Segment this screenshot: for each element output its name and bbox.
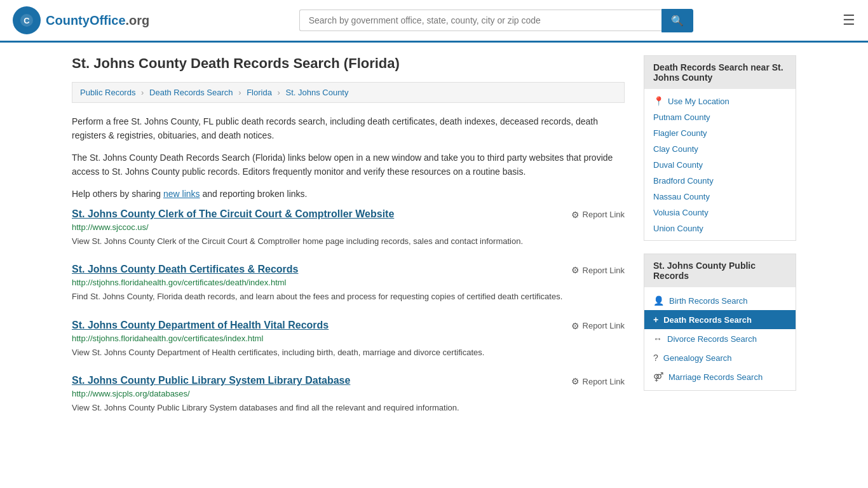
use-location-item[interactable]: 📍 Use My Location	[644, 93, 796, 109]
breadcrumb: Public Records › Death Records Search › …	[72, 82, 625, 103]
result-url-1: http://www.sjccoc.us/	[72, 222, 625, 232]
list-item: Bradford County	[644, 173, 796, 189]
genealogy-item: ? Genealogy Search	[644, 348, 796, 367]
result-url-3: http://stjohns.floridahealth.gov/certifi…	[72, 334, 625, 343]
person-icon: 👤	[653, 295, 664, 306]
report-icon: ⚙	[571, 321, 580, 331]
use-location-label: Use My Location	[668, 97, 729, 106]
birth-records-link[interactable]: 👤 Birth Records Search	[644, 291, 796, 310]
report-icon: ⚙	[571, 265, 580, 275]
use-location-link[interactable]: 📍 Use My Location	[644, 93, 796, 109]
description-3: Help others by sharing new links and rep…	[72, 187, 625, 201]
nearby-list: 📍 Use My Location Putnam County Flagler …	[644, 89, 796, 240]
report-icon: ⚙	[571, 376, 580, 386]
report-link-button-2[interactable]: ⚙ Report Link	[571, 264, 625, 275]
nearby-section: Death Records Search near St. Johns Coun…	[644, 55, 796, 241]
result-item: St. Johns County Death Certificates & Re…	[72, 264, 625, 303]
search-button[interactable]: 🔍	[661, 9, 693, 32]
result-link-3[interactable]: St. Johns County Department of Health Vi…	[72, 320, 329, 330]
public-records-section: St. Johns County Public Records 👤 Birth …	[644, 254, 796, 391]
list-item: Union County	[644, 220, 796, 236]
list-item: Flagler County	[644, 125, 796, 141]
breadcrumb-st-johns[interactable]: St. Johns County	[285, 88, 348, 97]
death-records-link[interactable]: + Death Records Search	[644, 310, 796, 329]
marriage-records-item: ⚤ Marriage Records Search	[644, 367, 796, 386]
result-title: St. Johns County Clerk of The Circuit Co…	[72, 208, 394, 220]
result-title: St. Johns County Department of Health Vi…	[72, 320, 329, 331]
arrows-icon: ↔	[653, 334, 662, 344]
result-url-2: http://stjohns.floridahealth.gov/certifi…	[72, 278, 625, 287]
bradford-county-link[interactable]: Bradford County	[644, 173, 796, 189]
location-pin-icon: 📍	[653, 96, 664, 106]
report-link-button-1[interactable]: ⚙ Report Link	[571, 208, 625, 220]
description-2: The St. Johns County Death Records Searc…	[72, 151, 625, 179]
result-link-2[interactable]: St. Johns County Death Certificates & Re…	[72, 264, 299, 274]
public-records-list: 👤 Birth Records Search + Death Records S…	[644, 287, 796, 390]
list-item: Volusia County	[644, 205, 796, 220]
duval-county-link[interactable]: Duval County	[644, 157, 796, 173]
plus-icon: +	[653, 315, 658, 325]
breadcrumb-florida[interactable]: Florida	[247, 88, 272, 97]
divorce-records-link[interactable]: ↔ Divorce Records Search	[644, 329, 796, 348]
main-content: St. Johns County Death Records Search (F…	[72, 55, 625, 431]
page-title: St. Johns County Death Records Search (F…	[72, 55, 625, 72]
result-item: St. Johns County Public Library System L…	[72, 375, 625, 414]
logo-text: CountyOffice.org	[46, 13, 149, 28]
result-item: St. Johns County Department of Health Vi…	[72, 320, 625, 359]
genealogy-link[interactable]: ? Genealogy Search	[644, 348, 796, 367]
birth-records-item: 👤 Birth Records Search	[644, 291, 796, 310]
new-links-link[interactable]: new links	[163, 189, 200, 199]
flagler-county-link[interactable]: Flagler County	[644, 125, 796, 141]
gender-icon: ⚤	[653, 372, 663, 382]
list-item: Duval County	[644, 157, 796, 173]
putnam-county-link[interactable]: Putnam County	[644, 109, 796, 125]
nassau-county-link[interactable]: Nassau County	[644, 189, 796, 205]
list-item: Nassau County	[644, 189, 796, 205]
result-link-4[interactable]: St. Johns County Public Library System L…	[72, 375, 350, 386]
breadcrumb-public-records[interactable]: Public Records	[80, 88, 135, 97]
search-icon: 🔍	[671, 15, 684, 26]
list-item: Putnam County	[644, 109, 796, 125]
results-list: St. Johns County Clerk of The Circuit Co…	[72, 208, 625, 414]
report-link-button-4[interactable]: ⚙ Report Link	[571, 375, 625, 386]
logo-area[interactable]: C CountyOffice.org	[13, 6, 149, 34]
report-link-button-3[interactable]: ⚙ Report Link	[571, 320, 625, 331]
public-records-title: St. Johns County Public Records	[644, 254, 796, 287]
volusia-county-link[interactable]: Volusia County	[644, 205, 796, 220]
result-title: St. Johns County Public Library System L…	[72, 375, 350, 386]
search-input[interactable]	[299, 10, 661, 31]
result-title: St. Johns County Death Certificates & Re…	[72, 264, 299, 275]
report-icon: ⚙	[571, 210, 580, 220]
list-item: Clay County	[644, 141, 796, 157]
sidebar: Death Records Search near St. Johns Coun…	[644, 55, 796, 431]
clay-county-link[interactable]: Clay County	[644, 141, 796, 157]
nearby-section-title: Death Records Search near St. Johns Coun…	[644, 56, 796, 89]
logo-icon: C	[13, 6, 41, 34]
result-item: St. Johns County Clerk of The Circuit Co…	[72, 208, 625, 248]
question-icon: ?	[653, 353, 658, 363]
result-desc-2: Find St. Johns County, Florida death rec…	[72, 290, 625, 303]
marriage-records-link[interactable]: ⚤ Marriage Records Search	[644, 367, 796, 386]
result-desc-1: View St. Johns County Clerk of the Circu…	[72, 235, 625, 248]
hamburger-button[interactable]: ☰	[843, 12, 855, 29]
result-url-4: http://www.sjcpls.org/databases/	[72, 389, 625, 398]
result-desc-4: View St. Johns County Public Library Sys…	[72, 402, 625, 414]
result-link-1[interactable]: St. Johns County Clerk of The Circuit Co…	[72, 208, 394, 219]
description-1: Perform a free St. Johns County, FL publ…	[72, 114, 625, 143]
death-records-item: + Death Records Search	[644, 310, 796, 329]
svg-text:C: C	[24, 16, 30, 25]
divorce-records-item: ↔ Divorce Records Search	[644, 329, 796, 348]
search-bar-container: 🔍	[299, 9, 693, 32]
breadcrumb-death-records[interactable]: Death Records Search	[149, 88, 233, 97]
union-county-link[interactable]: Union County	[644, 220, 796, 236]
result-desc-3: View St. Johns County Department of Heal…	[72, 346, 625, 359]
